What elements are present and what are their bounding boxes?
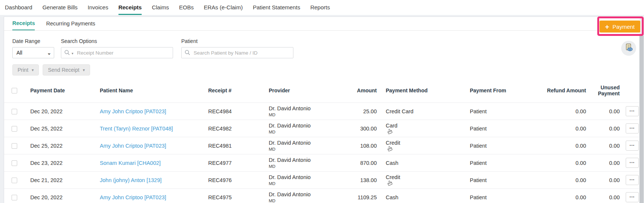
print-button[interactable]: Print ▾ bbox=[12, 64, 39, 76]
payment-method-cell: Card bbox=[380, 120, 464, 137]
row-checkbox[interactable] bbox=[12, 126, 17, 132]
row-actions-button[interactable]: ••• bbox=[626, 141, 639, 151]
receipt-number-cell: REC4977 bbox=[205, 154, 266, 172]
row-checkbox[interactable] bbox=[12, 109, 17, 114]
payment-from-cell: Patient bbox=[464, 137, 535, 154]
amount-cell: 300.00 bbox=[341, 120, 380, 137]
card-swipe-icon bbox=[387, 146, 461, 152]
nav-item-eras[interactable]: ERAs (e-Claim) bbox=[204, 4, 243, 15]
nav-item-receipts[interactable]: Receipts bbox=[118, 4, 142, 15]
nav-item-generate-bills[interactable]: Generate Bills bbox=[42, 4, 77, 15]
tab-receipts[interactable]: Receipts bbox=[12, 17, 35, 30]
send-receipt-button[interactable]: Send Receipt ▾ bbox=[43, 64, 90, 76]
vertical-scrollbar bbox=[639, 36, 644, 203]
patient-label: Patient bbox=[181, 38, 293, 44]
caret-down-icon: ▾ bbox=[32, 68, 34, 73]
nav-item-eobs[interactable]: EOBs bbox=[179, 4, 194, 15]
payment-method-cell: Credit bbox=[380, 172, 464, 189]
table-row: Dec 23, 2022 Sonam Kumari [CHA002] REC49… bbox=[4, 154, 640, 172]
patient-name-cell: Amy John Criptoo [PAT023] bbox=[97, 137, 205, 154]
patient-link[interactable]: Amy John Criptoo [PAT023] bbox=[100, 143, 166, 149]
select-all-checkbox[interactable] bbox=[12, 88, 17, 93]
search-options-filter: Search Options ▼ bbox=[61, 38, 173, 58]
scrollbar-thumb[interactable] bbox=[640, 36, 644, 203]
column-header-amount: Amount bbox=[341, 81, 380, 103]
payment-method-cell: Cash bbox=[380, 154, 464, 172]
card-swipe-icon bbox=[387, 181, 461, 186]
sub-tab-bar: Receipts Recurring Payments bbox=[4, 17, 640, 31]
column-header-refund-amount: Refund Amount bbox=[535, 81, 589, 103]
payment-date-cell: Dec 25, 2022 bbox=[25, 120, 97, 137]
patient-link[interactable]: Sonam Kumari [CHA002] bbox=[100, 160, 161, 166]
table-header-row: Payment Date Patient Name Receipt # Prov… bbox=[4, 81, 640, 103]
patient-link[interactable]: John (johny) Anton [1329] bbox=[100, 177, 161, 183]
payment-method-cell: Credit Card bbox=[380, 103, 464, 120]
row-actions-button[interactable]: ••• bbox=[626, 192, 639, 202]
nav-item-patient-statements[interactable]: Patient Statements bbox=[253, 4, 300, 15]
receipt-number-cell: REC4984 bbox=[205, 103, 266, 120]
receipt-number-cell: REC4976 bbox=[205, 172, 266, 189]
row-checkbox[interactable] bbox=[12, 178, 17, 183]
refund-amount-cell: 0.00 bbox=[535, 120, 589, 137]
document-eye-icon bbox=[624, 43, 633, 53]
date-range-select[interactable]: All bbox=[12, 47, 54, 58]
row-actions-button[interactable]: ••• bbox=[626, 175, 639, 185]
patient-link[interactable]: Amy John Criptoo [PAT023] bbox=[100, 194, 166, 200]
column-header-payment-method: Payment Method bbox=[380, 81, 464, 103]
search-options-label: Search Options bbox=[61, 38, 173, 44]
payment-date-cell: Dec 20, 2022 bbox=[25, 189, 97, 203]
tab-recurring-payments[interactable]: Recurring Payments bbox=[46, 17, 95, 30]
caret-down-icon: ▾ bbox=[83, 68, 85, 73]
unused-payment-cell: 0.00 bbox=[589, 103, 623, 120]
refund-amount-cell: 0.00 bbox=[535, 137, 589, 154]
amount-cell: 108.00 bbox=[341, 137, 380, 154]
column-header-payment-date: Payment Date bbox=[25, 81, 97, 103]
nav-item-reports[interactable]: Reports bbox=[310, 4, 330, 15]
receipts-panel: Receipts Recurring Payments Date Range A… bbox=[4, 16, 640, 203]
nav-item-dashboard[interactable]: Dashboard bbox=[5, 4, 32, 15]
receipt-number-cell: REC4975 bbox=[205, 189, 266, 203]
patient-search-input[interactable] bbox=[181, 47, 293, 58]
receipt-number-cell: REC4982 bbox=[205, 120, 266, 137]
date-range-filter: Date Range All ⌄ bbox=[12, 38, 54, 58]
payment-method-cell: Cash bbox=[380, 189, 464, 203]
caret-down-icon[interactable]: ▼ bbox=[71, 52, 74, 55]
row-checkbox[interactable] bbox=[12, 195, 17, 200]
table-row: Dec 21, 2022 John (johny) Anton [1329] R… bbox=[4, 172, 640, 189]
table-row: Dec 25, 2022 Trent (Taryn) Reznor [PAT04… bbox=[4, 120, 640, 137]
add-payment-button[interactable]: + Payment bbox=[600, 21, 640, 33]
receipts-table: Payment Date Patient Name Receipt # Prov… bbox=[4, 81, 640, 203]
row-checkbox[interactable] bbox=[12, 160, 17, 166]
provider-cell: Dr. David Antonio MD bbox=[266, 137, 341, 154]
patient-link[interactable]: Trent (Taryn) Reznor [PAT048] bbox=[100, 126, 173, 132]
amount-cell: 138.00 bbox=[341, 172, 380, 189]
row-actions-button[interactable]: ••• bbox=[626, 106, 639, 116]
receipt-preview-button[interactable] bbox=[621, 41, 636, 56]
nav-item-invoices[interactable]: Invoices bbox=[88, 4, 108, 15]
payment-method-cell: Credit bbox=[380, 137, 464, 154]
amount-cell: 25.00 bbox=[341, 103, 380, 120]
payment-date-cell: Dec 23, 2022 bbox=[25, 154, 97, 172]
row-checkbox[interactable] bbox=[12, 143, 17, 149]
unused-payment-cell: 0.00 bbox=[589, 120, 623, 137]
payment-from-cell: Patient bbox=[464, 103, 535, 120]
patient-link[interactable]: Amy John Criptoo [PAT023] bbox=[100, 108, 166, 114]
column-header-patient-name: Patient Name bbox=[97, 81, 205, 103]
nav-item-claims[interactable]: Claims bbox=[152, 4, 169, 15]
payment-from-cell: Patient bbox=[464, 120, 535, 137]
card-swipe-icon bbox=[387, 129, 461, 135]
table-row: Dec 20, 2022 Amy John Criptoo [PAT023] R… bbox=[4, 103, 640, 120]
receipt-number-input[interactable] bbox=[61, 47, 173, 58]
row-actions-button[interactable]: ••• bbox=[626, 123, 639, 133]
row-actions-button[interactable]: ••• bbox=[626, 158, 639, 168]
column-header-provider: Provider bbox=[266, 81, 341, 103]
amount-cell: 1109.25 bbox=[341, 189, 380, 203]
unused-payment-cell: 0.00 bbox=[589, 137, 623, 154]
payment-date-cell: Dec 21, 2022 bbox=[25, 172, 97, 189]
provider-cell: Dr. David Antonio MD bbox=[266, 172, 341, 189]
provider-cell: Dr. David Antonio MD bbox=[266, 154, 341, 172]
date-range-label: Date Range bbox=[12, 38, 54, 44]
provider-cell: Dr. David Antonio MD bbox=[266, 189, 341, 203]
bulk-action-bar: Print ▾ Send Receipt ▾ bbox=[4, 58, 640, 81]
patient-name-cell: John (johny) Anton [1329] bbox=[97, 172, 205, 189]
